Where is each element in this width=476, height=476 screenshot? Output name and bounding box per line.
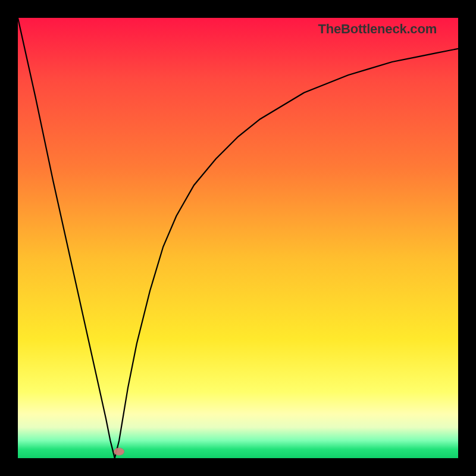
- chart-frame: TheBottleneck.com: [0, 0, 476, 476]
- curve-right: [115, 49, 458, 458]
- curve-left: [18, 18, 115, 458]
- curve-svg: [18, 18, 458, 458]
- sweet-spot-marker: [114, 447, 124, 455]
- plot-area: TheBottleneck.com: [18, 18, 458, 458]
